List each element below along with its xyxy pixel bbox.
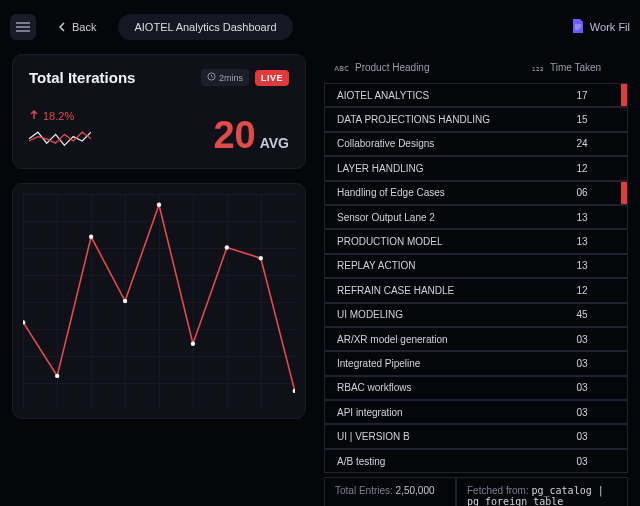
table-row[interactable]: RBAC workflows03 (324, 376, 628, 400)
menu-button[interactable] (10, 14, 36, 40)
avg-label: AVG (260, 135, 289, 151)
table-row[interactable]: Collaborative Designs24 (324, 132, 628, 156)
status-strip (621, 133, 627, 155)
cell-time: 03 (543, 456, 621, 467)
cell-time: 13 (543, 260, 621, 271)
number-type-icon: ₁₂₃ (532, 63, 544, 73)
table-row[interactable]: PRODUCTION MODEL13 (324, 229, 628, 253)
table-row[interactable]: Handling of Edge Cases06 (324, 181, 628, 205)
svg-point-3 (89, 235, 93, 239)
cell-product: Collaborative Designs (325, 138, 543, 149)
svg-point-6 (191, 342, 195, 346)
cell-product: DATA PROJECTIONS HANDLING (325, 114, 543, 125)
table-row[interactable]: REFRAIN CASE HANDLE12 (324, 278, 628, 302)
status-strip (621, 279, 627, 301)
cell-time: 12 (543, 163, 621, 174)
cell-time: 45 (543, 309, 621, 320)
cell-time: 15 (543, 114, 621, 125)
refresh-badge[interactable]: 2mins (201, 69, 249, 86)
clock-icon (207, 72, 216, 83)
status-strip (621, 157, 627, 179)
table-row[interactable]: API integration03 (324, 400, 628, 424)
status-strip (621, 401, 627, 423)
menu-icon (16, 22, 30, 32)
table-row[interactable]: Integrated Pipeline03 (324, 351, 628, 375)
table-footer: Total Entries: 2,50,000 Fetched from: pg… (324, 477, 628, 506)
back-label: Back (72, 21, 96, 33)
cell-time: 03 (543, 358, 621, 369)
cell-product: REFRAIN CASE HANDLE (325, 285, 543, 296)
status-strip (621, 377, 627, 399)
total-entries: Total Entries: 2,50,000 (324, 477, 456, 506)
total-iterations-card: Total Iterations 2mins LIVE (12, 54, 306, 169)
table-header: ᴀʙᴄ Product Heading ₁₂₃ Time Taken (324, 54, 628, 83)
status-strip (621, 206, 627, 228)
table-row[interactable]: UI | VERSION B03 (324, 424, 628, 448)
table-row[interactable]: LAYER HANDLING12 (324, 156, 628, 180)
page-title: AIOTEL Analytics Dashboard (118, 14, 292, 40)
status-strip (621, 328, 627, 350)
status-strip (621, 108, 627, 130)
svg-point-2 (55, 374, 59, 378)
table-row[interactable]: A/B testing03 (324, 449, 628, 473)
status-strip (621, 304, 627, 326)
cell-time: 13 (543, 236, 621, 247)
table-row[interactable]: UI MODELING45 (324, 303, 628, 327)
table-row[interactable]: DATA PROJECTIONS HANDLING15 (324, 107, 628, 131)
card-title: Total Iterations (29, 69, 135, 86)
table-row[interactable]: AR/XR model generation03 (324, 327, 628, 351)
cell-time: 12 (543, 285, 621, 296)
arrow-up-icon (29, 110, 39, 122)
cell-time: 13 (543, 212, 621, 223)
app-header: Back AIOTEL Analytics Dashboard Work Fil (0, 0, 640, 54)
cell-time: 03 (543, 407, 621, 418)
status-strip (621, 230, 627, 252)
svg-point-8 (259, 256, 263, 260)
iterations-value: 20 (213, 116, 255, 154)
col-time-taken[interactable]: Time Taken (550, 62, 601, 73)
cell-time: 24 (543, 138, 621, 149)
refresh-label: 2mins (219, 73, 243, 83)
cell-product: Handling of Edge Cases (325, 187, 543, 198)
work-file-label: Work Fil (590, 21, 630, 33)
document-icon (572, 19, 584, 35)
pct-value: 18.2% (43, 110, 74, 122)
cell-time: 03 (543, 382, 621, 393)
iterations-chart-card (12, 183, 306, 419)
work-file-button[interactable]: Work Fil (572, 19, 630, 35)
cell-product: API integration (325, 407, 543, 418)
cell-time: 03 (543, 334, 621, 345)
live-badge: LIVE (255, 70, 289, 86)
svg-point-5 (157, 203, 161, 207)
status-strip (621, 352, 627, 374)
cell-product: AIOTEL ANALYTICS (325, 90, 543, 101)
cell-product: Sensor Output Lane 2 (325, 212, 543, 223)
table-row[interactable]: REPLAY ACTION13 (324, 254, 628, 278)
cell-product: PRODUCTION MODEL (325, 236, 543, 247)
text-type-icon: ᴀʙᴄ (334, 63, 349, 73)
cell-product: UI | VERSION B (325, 431, 543, 442)
cell-product: REPLAY ACTION (325, 260, 543, 271)
cell-product: LAYER HANDLING (325, 163, 543, 174)
status-strip (621, 255, 627, 277)
sparkline (29, 130, 91, 154)
fetched-from: Fetched from: pg_catalog | pg_foreign_ta… (456, 477, 628, 506)
status-strip (621, 84, 627, 106)
svg-point-4 (123, 299, 127, 303)
status-strip (621, 182, 627, 204)
cell-time: 06 (543, 187, 621, 198)
table-row[interactable]: Sensor Output Lane 213 (324, 205, 628, 229)
col-product-heading[interactable]: Product Heading (355, 62, 430, 73)
table-row[interactable]: AIOTEL ANALYTICS17 (324, 83, 628, 107)
status-strip (621, 450, 627, 472)
svg-point-9 (293, 389, 295, 393)
cell-product: A/B testing (325, 456, 543, 467)
cell-time: 17 (543, 90, 621, 101)
cell-product: RBAC workflows (325, 382, 543, 393)
iterations-line-chart (23, 194, 295, 408)
svg-point-7 (225, 245, 229, 249)
cell-time: 03 (543, 431, 621, 442)
pct-change: 18.2% (29, 110, 91, 122)
cell-product: Integrated Pipeline (325, 358, 543, 369)
back-button[interactable]: Back (48, 15, 106, 39)
